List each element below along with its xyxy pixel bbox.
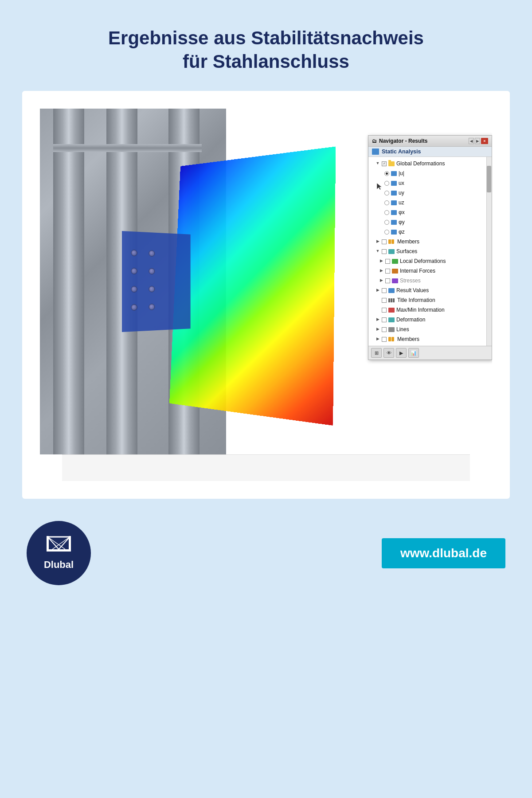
tree-item-surfaces[interactable]: ▼ Surfaces xyxy=(368,246,492,256)
radio[interactable] xyxy=(384,230,389,235)
tree-item-title-information[interactable]: Title Information xyxy=(368,295,492,305)
item-label: φy xyxy=(399,218,405,226)
radio[interactable] xyxy=(384,220,389,225)
navigator-titlebar: 🗂 Navigator - Results ◀ ▶ × xyxy=(368,136,492,147)
folder-icon xyxy=(388,161,395,166)
item-label: Local Deformations xyxy=(400,257,446,265)
toolbar-eye-btn[interactable]: 👁 xyxy=(383,348,394,358)
item-label: Deformation xyxy=(396,316,425,324)
item-label: Result Values xyxy=(396,286,429,294)
checkbox[interactable] xyxy=(382,327,387,332)
color-icon xyxy=(392,269,398,274)
footer: Dlubal www.dlubal.de xyxy=(0,499,532,585)
svg-line-6 xyxy=(48,537,66,549)
item-label: φz xyxy=(399,228,405,236)
navigator-title: Navigator - Results xyxy=(379,138,427,144)
nav-tree: ▼ Global Deformations |u| ux xyxy=(368,157,492,346)
analysis-icon xyxy=(372,149,379,155)
analysis-row[interactable]: Static Analysis xyxy=(368,147,492,157)
color-icon xyxy=(388,298,395,303)
bolt xyxy=(131,304,137,311)
checkbox[interactable] xyxy=(385,278,390,283)
item-label: Stresses xyxy=(400,277,421,285)
bolt xyxy=(149,286,155,292)
logo-text: Dlubal xyxy=(44,559,74,571)
node-icon xyxy=(391,181,397,186)
steel-column-left xyxy=(53,109,84,454)
dlubal-logo: Dlubal xyxy=(27,521,91,585)
item-label: Global Deformations xyxy=(396,160,445,168)
toolbar-grid-btn[interactable]: ⊞ xyxy=(371,348,382,358)
tree-item-members[interactable]: ▶ Members xyxy=(368,237,492,246)
expand-icon: ▶ xyxy=(376,239,380,244)
checkbox[interactable] xyxy=(382,317,387,322)
checkbox-icon[interactable] xyxy=(382,161,387,166)
checkbox[interactable] xyxy=(385,269,390,274)
tree-item-abs-u[interactable]: |u| xyxy=(368,168,492,178)
tree-item-lines[interactable]: ▶ Lines xyxy=(368,325,492,334)
expand-icon: ▶ xyxy=(376,327,380,332)
tree-item-uz[interactable]: uz xyxy=(368,198,492,207)
nav-back-arrow[interactable]: ◀ xyxy=(469,138,474,144)
checkbox[interactable] xyxy=(382,249,387,254)
color-icon xyxy=(388,317,395,322)
checkbox[interactable] xyxy=(382,308,387,313)
website-label: www.dlubal.de xyxy=(400,546,487,560)
fem-surface xyxy=(169,146,336,426)
node-icon xyxy=(391,210,397,215)
toolbar-movie-btn[interactable]: ▶ xyxy=(396,348,407,358)
item-label: Internal Forces xyxy=(400,267,435,275)
node-icon xyxy=(391,200,397,205)
tree-item-result-values[interactable]: ▶ Result Values xyxy=(368,286,492,295)
checkbox[interactable] xyxy=(382,337,387,342)
checkbox[interactable] xyxy=(385,259,390,264)
checkbox[interactable] xyxy=(382,298,387,303)
tree-item-maxmin[interactable]: Max/Min Information xyxy=(368,305,492,315)
nav-forward-arrow[interactable]: ▶ xyxy=(475,138,480,144)
tree-item-stresses[interactable]: ▶ Stresses xyxy=(368,276,492,286)
tree-item-members2[interactable]: ▶ Members xyxy=(368,334,492,344)
radio-selected[interactable] xyxy=(384,171,389,176)
tree-item-phiy[interactable]: φy xyxy=(368,217,492,227)
tree-item-uy[interactable]: uy xyxy=(368,188,492,198)
navigator-icon: 🗂 xyxy=(372,138,377,144)
tree-item-phiz[interactable]: φz xyxy=(368,227,492,237)
node-icon xyxy=(391,191,397,196)
radio[interactable] xyxy=(384,181,389,186)
tree-item-ux[interactable]: ux xyxy=(368,178,492,188)
node-icon xyxy=(391,230,397,235)
tree-item-internal-forces[interactable]: ▶ Internal Forces xyxy=(368,266,492,276)
expand-icon: ▶ xyxy=(379,278,383,283)
item-label: |u| xyxy=(399,169,404,177)
bolt xyxy=(149,268,155,274)
radio[interactable] xyxy=(384,200,389,205)
bolt xyxy=(131,268,137,274)
scrollbar-thumb[interactable] xyxy=(487,166,491,192)
item-label: Members xyxy=(397,335,419,343)
toolbar-chart-btn[interactable]: 📊 xyxy=(408,348,419,358)
svg-rect-0 xyxy=(47,549,71,552)
node-icon xyxy=(391,171,397,176)
svg-line-7 xyxy=(52,537,70,549)
expand-icon: ▶ xyxy=(376,337,380,341)
navigator-close-btn[interactable]: × xyxy=(481,138,488,144)
item-label: ux xyxy=(399,179,404,187)
website-button[interactable]: www.dlubal.de xyxy=(382,538,505,568)
navigator-panel: 🗂 Navigator - Results ◀ ▶ × Static Analy… xyxy=(368,135,492,360)
scrollbar[interactable] xyxy=(486,157,492,346)
tree-item-deformation[interactable]: ▶ Deformation xyxy=(368,315,492,325)
viewport-area: 🗂 Navigator - Results ◀ ▶ × Static Analy… xyxy=(40,109,492,454)
tree-item-phix[interactable]: φx xyxy=(368,207,492,217)
checkbox[interactable] xyxy=(382,288,387,293)
expand-icon: ▶ xyxy=(376,288,380,293)
tree-item-global-deformations[interactable]: ▼ Global Deformations xyxy=(368,159,492,168)
item-label: Surfaces xyxy=(396,247,417,255)
expand-icon: ▶ xyxy=(379,259,383,263)
color-icon xyxy=(392,259,398,264)
radio[interactable] xyxy=(384,210,389,215)
item-label: uz xyxy=(399,199,404,207)
tree-item-local-deformations[interactable]: ▶ Local Deformations xyxy=(368,256,492,266)
radio[interactable] xyxy=(384,191,389,196)
checkbox[interactable] xyxy=(382,239,387,244)
logo-symbol xyxy=(47,536,71,556)
